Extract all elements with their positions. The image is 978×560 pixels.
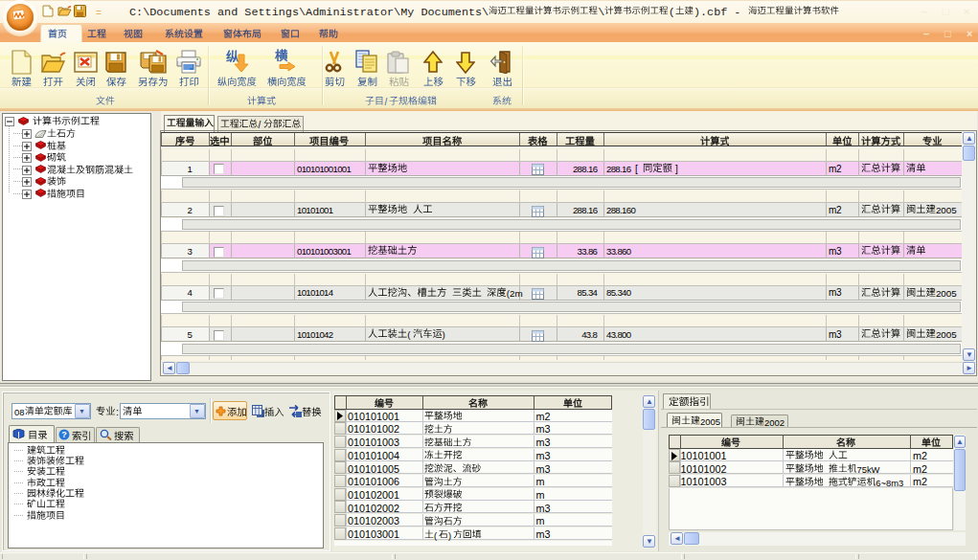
svg-text:?: ?	[61, 430, 67, 439]
